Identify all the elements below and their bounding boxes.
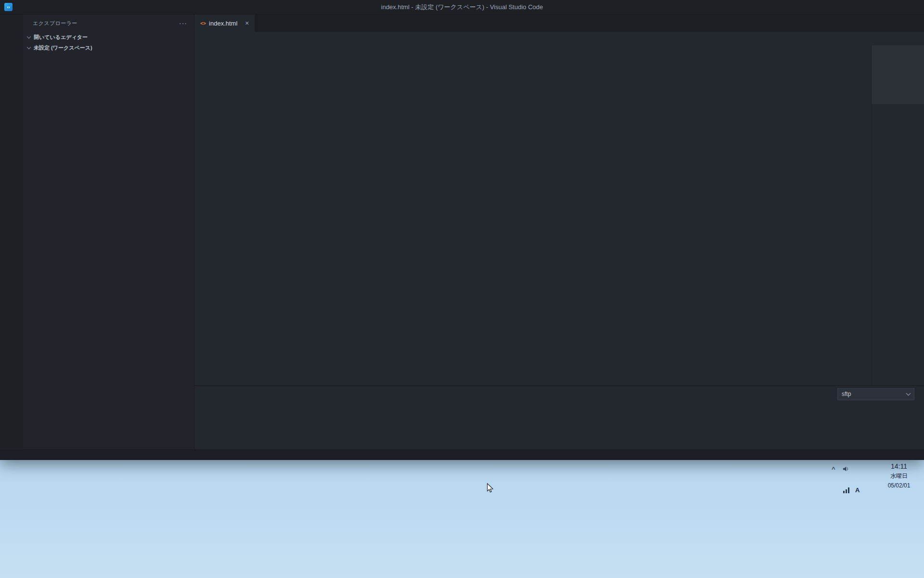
breadcrumbs [194, 32, 924, 45]
workspace-label: 未設定 (ワークスペース) [34, 44, 92, 52]
tray-top: ^ [832, 465, 849, 473]
screen: ‹› index.html - 未設定 (ワークスペース) - Visual S… [0, 0, 924, 578]
tab-label: index.html [209, 20, 237, 27]
window-title: index.html - 未設定 (ワークスペース) - Visual Stud… [381, 0, 543, 14]
explorer-sidebar: エクスプローラー ··· 開いているエディター 未設定 (ワークスペース) [23, 14, 194, 449]
editor-body [194, 45, 924, 385]
vscode-window: ‹› index.html - 未設定 (ワークスペース) - Visual S… [0, 0, 924, 460]
clock-date: 05/02/01 [877, 481, 921, 490]
minimap-slider[interactable] [872, 45, 924, 104]
panel-actions: sftp [837, 388, 919, 400]
open-editors-label: 開いているエディター [34, 34, 88, 41]
activity-bar [0, 14, 23, 449]
code-editor[interactable] [194, 45, 871, 385]
html-file-icon: <> [200, 21, 206, 26]
explorer-title: エクスプローラー [33, 20, 77, 27]
clock-time: 14:11 [877, 461, 921, 471]
network-icon[interactable] [843, 487, 849, 493]
mouse-cursor [485, 483, 496, 493]
chevron-down-icon [25, 37, 33, 38]
open-editors-header[interactable]: 開いているエディター [23, 32, 194, 42]
more-actions-icon[interactable]: ··· [179, 19, 187, 27]
close-tab-icon[interactable]: × [245, 19, 249, 27]
workbench: エクスプローラー ··· 開いているエディター 未設定 (ワークスペース) <>… [0, 14, 924, 449]
taskbar-overflow-icon[interactable]: ^ [832, 465, 835, 473]
editor-area: <> index.html × sftp [194, 14, 924, 449]
workspace-header[interactable]: 未設定 (ワークスペース) [23, 42, 194, 53]
tab-index-html[interactable]: <> index.html × [194, 14, 255, 32]
output-channel-value: sftp [842, 391, 851, 397]
tab-bar: <> index.html × [194, 14, 924, 32]
status-bar [0, 449, 924, 460]
editor-actions [919, 14, 924, 32]
minimap[interactable] [871, 45, 924, 385]
output-channel-select[interactable]: sftp [837, 388, 914, 400]
panel-header: sftp [194, 386, 924, 402]
ime-indicator[interactable]: A [855, 486, 860, 494]
volume-icon[interactable] [842, 465, 849, 473]
clock-weekday: 水曜日 [877, 471, 921, 481]
vscode-logo-icon: ‹› [4, 3, 13, 11]
chevron-down-icon [25, 47, 33, 49]
taskbar-clock[interactable]: 14:11 水曜日 05/02/01 [877, 461, 921, 490]
bottom-panel: sftp [194, 385, 924, 449]
title-bar: ‹› index.html - 未設定 (ワークスペース) - Visual S… [0, 0, 924, 14]
tray-bottom: A [843, 486, 860, 494]
chevron-down-icon [906, 391, 911, 395]
sidebar-header: エクスプローラー ··· [23, 14, 194, 32]
output-log [194, 402, 924, 449]
